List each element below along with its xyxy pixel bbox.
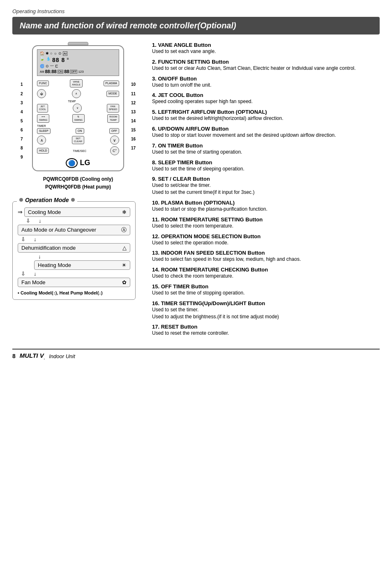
instruction-item: 4. JET COOL ButtonSpeed cooling operates… — [152, 92, 380, 105]
fan-mode-label: Fan Mode — [21, 279, 46, 285]
instruction-title: 17. RESET Button — [152, 324, 380, 330]
instruction-title: 4. JET COOL Button — [152, 92, 380, 98]
arrow-after-cooling: ⇩ ↓ — [18, 218, 130, 224]
instruction-item: 7. ON TIMER ButtonUsed to set the time o… — [152, 143, 380, 156]
heating-mode-item: Heating Mode ☀ — [34, 260, 130, 270]
disp-time: 88:88 — [45, 69, 57, 74]
arrow-solid2: ↓ — [34, 236, 37, 242]
mode-button[interactable]: MODE — [106, 91, 119, 97]
op-mode-note-text: • Cooling Model(↕), Heat Pump Model(↓) — [18, 290, 103, 295]
arrow-solid: ↓ — [39, 218, 42, 224]
page-title: Name and function of wired remote contro… — [20, 21, 236, 30]
num-7: 7 — [21, 134, 23, 143]
plasma-button[interactable]: PLASMA — [104, 80, 119, 86]
display-row4: AM 88:88 ON 88 OFF 123 — [40, 69, 116, 74]
num-5: 5 — [21, 116, 23, 125]
sleep-button[interactable]: SLEEP — [37, 128, 51, 134]
instruction-item: 3. ON/OFF ButtonUsed to turn on/off the … — [152, 76, 380, 89]
auto-mode-item: Auto Mode or Auto Changeover Ⓐ — [18, 225, 130, 235]
time-sec-label: TIME/SEC — [73, 150, 86, 152]
dehum-mode-item: Dehumidification mode △ — [18, 243, 130, 253]
instruction-title: 8. SLEEP TIMER Button — [152, 159, 380, 166]
disp-up: ⊙ — [46, 64, 49, 68]
num-12: 12 — [131, 98, 136, 107]
fan-mode-icon: ✿ — [122, 279, 127, 285]
arrow-solid3: ↓ — [38, 253, 41, 260]
operation-mode-box: Operation Mode ⇒ Cooling Mode ❄ — [12, 201, 136, 300]
disp-feather: 🍃 — [40, 57, 44, 63]
display-icons-row1: 🏠 ✱ ○ ☼ ⊙ AI — [40, 51, 116, 56]
brand-logo: MULTI V. — [20, 352, 45, 360]
set-clear-button[interactable]: SETCLEAR — [72, 136, 84, 144]
jet-cool-button[interactable]: JETCOOL — [37, 104, 48, 112]
num-10: 10 — [131, 80, 136, 89]
timer-up-button[interactable]: ∧ — [37, 136, 46, 145]
arrow-hollow3: ⇩ — [21, 271, 25, 277]
op-mode-note: • Cooling Model(↕), Heat Pump Model(↓) — [18, 290, 130, 295]
arrow-after-dehum: ↓ — [18, 253, 130, 260]
footer-subtitle: Indoor Unit — [49, 353, 75, 359]
disp-bars: 88 8 — [52, 57, 65, 63]
lg-logo: 🔵 LG — [37, 159, 119, 167]
instruction-item: 10. PLASMA Button (OPTIONAL)Used to star… — [152, 200, 380, 213]
arrow-solid4: ↓ — [34, 271, 37, 277]
instruction-desc: Used to set the time of stopping operati… — [152, 290, 380, 297]
timer-down-button[interactable]: ∨ — [110, 136, 119, 145]
temp-down-button[interactable]: ∨ — [73, 104, 82, 113]
operation-mode-section: Operation Mode ⇒ Cooling Mode ❄ — [12, 201, 136, 300]
instruction-title: 14. ROOM TEMPERATURE CHECKING Button — [152, 267, 380, 273]
num-13: 13 — [131, 107, 136, 116]
instruction-item: 11. ROOM TEMPERATURE SETTING ButtonUsed … — [152, 216, 380, 230]
disp-am: AM — [40, 70, 44, 73]
instructions-list: 1. VANE ANGLE ButtonUsed to set each van… — [152, 42, 380, 337]
instruction-desc: Used to select fan speed in four steps l… — [152, 256, 380, 263]
instruction-desc: Used to set the time of sleeping operati… — [152, 166, 380, 172]
op-mode-title-text: Operation Mode — [25, 197, 69, 203]
instruction-item: 5. LEFT/RIGHT AIRFLOW Button (OPTIONAL)U… — [152, 109, 380, 122]
disp-fan: 🌀 — [40, 64, 44, 68]
func-button[interactable]: FUNC — [37, 80, 49, 86]
room-temp-button[interactable]: ROOMTEMP — [107, 114, 119, 122]
display-row3: 🌀 ⊙ 〰 ⊏ — [40, 64, 116, 68]
swing-button[interactable]: ⟺SWING — [37, 114, 49, 122]
cooling-mode-label: Cooling Mode — [28, 209, 61, 215]
disp-off: OFF — [70, 70, 77, 74]
instruction-item: 8. SLEEP TIMER ButtonUsed to set the tim… — [152, 159, 380, 172]
on-button[interactable]: ON — [76, 128, 84, 134]
model-line2: PQWRHQ0FDB (Heat pump) — [12, 183, 144, 191]
instruction-desc: Used to select the operation mode. — [152, 239, 380, 246]
right-numbers: 10 11 12 13 14 15 16 17 — [131, 80, 136, 152]
dehum-mode-label: Dehumidification mode — [21, 245, 76, 251]
hold-button[interactable]: HOLD — [37, 148, 49, 154]
disp-droplet: 💧 — [46, 57, 51, 63]
arrow-hollow2: ⇩ — [21, 236, 25, 242]
celsius-button[interactable]: C° — [110, 146, 119, 155]
instruction-desc: Used to reset the remote controller. — [152, 330, 380, 337]
num-2: 2 — [21, 89, 23, 98]
instruction-title: 11. ROOM TEMPERATURE SETTING Button — [152, 216, 380, 223]
num-16: 16 — [131, 134, 136, 143]
vane-angle-button[interactable]: VANEANGLE — [70, 79, 82, 87]
button-row-7: HOLD TIME/SEC C° — [37, 146, 119, 155]
power-button[interactable]: ⏻ — [37, 89, 46, 98]
instruction-item: 2. FUNCTION SETTING ButtonUsed to set or… — [152, 59, 380, 72]
off-button[interactable]: OFF — [109, 128, 119, 134]
num-15: 15 — [131, 125, 136, 134]
instruction-title: 5. LEFT/RIGHT AIRFLOW Button (OPTIONAL) — [152, 109, 380, 115]
page-title-bar: Name and function of wired remote contro… — [12, 17, 380, 34]
instruction-desc: Speed cooling operates super high fan sp… — [152, 98, 380, 105]
disp-icon-circle2: ⊙ — [58, 51, 62, 56]
room-swing-button[interactable]: ⇅SWING — [72, 114, 85, 122]
disp-icon-ai: AI — [63, 51, 68, 56]
auto-mode-icon: Ⓐ — [121, 226, 127, 234]
num-6: 6 — [21, 125, 23, 134]
instruction-item: 12. OPERATION MODE SELECTION ButtonUsed … — [152, 233, 380, 246]
disp-icon-sun: ☼ — [53, 51, 57, 56]
temp-up-button[interactable]: ∧ — [72, 89, 81, 98]
instruction-item: 17. RESET ButtonUsed to reset the remote… — [152, 324, 380, 337]
fan-speed-button[interactable]: FANSPEED — [107, 104, 119, 112]
remote-outer: 🏠 ✱ ○ ☼ ⊙ AI 🍃 💧 88 8 ≡ — [32, 45, 124, 171]
arrow-after-auto: ⇩ ↓ — [18, 236, 130, 242]
instruction-title: 15. OFF TIMER Button — [152, 283, 380, 290]
num-8: 8 — [21, 143, 23, 152]
